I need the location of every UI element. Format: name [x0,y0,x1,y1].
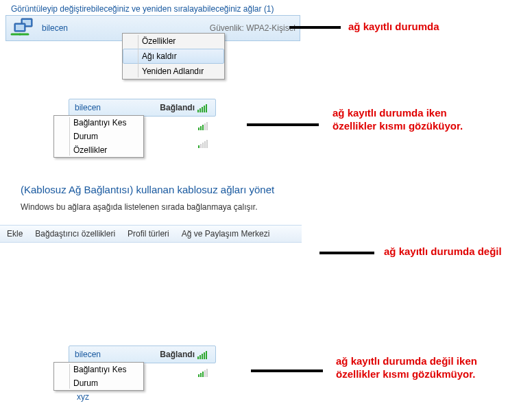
svg-rect-14 [198,145,200,148]
annotation-2: ağ kayıtlı durumda iken özellikler kısmı… [332,107,463,133]
annotation-arrow-4 [251,369,323,372]
svg-rect-6 [202,107,203,112]
network-pc-icon [10,17,38,39]
signal-icon [198,121,210,130]
signal-icon [198,367,210,377]
svg-rect-8 [206,104,207,112]
svg-rect-11 [202,125,204,130]
svg-rect-5 [200,108,201,112]
svg-rect-21 [202,354,203,359]
svg-rect-25 [200,373,202,377]
network-security: Güvenlik: WPA2-Kişisel [210,23,295,33]
signal-icon [198,138,210,148]
wifi-name: bilecen [75,103,160,112]
annotation-3: ağ kayıtlı durumda değil [384,245,502,258]
svg-rect-20 [200,355,201,359]
annotation-arrow-3 [319,252,374,254]
svg-rect-4 [197,110,199,112]
svg-rect-27 [204,370,206,377]
wifi-row-connected[interactable]: bilecen Bağlandı [69,99,216,117]
toolbar-network-center[interactable]: Ağ ve Paylaşım Merkezi [182,229,270,239]
wifi-context-menu-unsaved: Bağlantıyı Kes Durum [53,362,144,391]
toolbar-profile-types[interactable]: Profil türleri [128,229,169,239]
annotation-arrow-2 [247,123,319,126]
network-name: bilecen [42,23,68,33]
svg-rect-3 [16,25,24,30]
svg-rect-9 [198,128,200,130]
network-context-menu: Özellikler Ağı kaldır Yeniden Adlandır [122,33,225,80]
ctx-properties[interactable]: Özellikler [54,143,143,157]
svg-rect-22 [204,352,205,359]
wifi-status: Bağlandı [160,350,195,359]
svg-rect-28 [206,369,208,377]
toolbar-add[interactable]: Ekle [7,229,23,239]
manager-subtitle: Windows bu ağlara aşağıda listelenen sır… [15,198,324,219]
annotation-4: ağ kayıtlı durumda değil iken özellikler… [336,355,477,381]
wifi-row-connected[interactable]: bilecen Bağlandı [69,346,216,363]
svg-rect-10 [200,126,202,130]
toolbar-adapter-properties[interactable]: Bağdaştırıcı özellikleri [35,229,115,239]
svg-rect-17 [204,141,206,148]
ctx-status[interactable]: Durum [54,130,143,143]
manager-title: (Kablosuz Ağ Bağlantısı) kullanan kablos… [15,181,324,198]
ctx-status[interactable]: Durum [54,376,143,390]
svg-rect-7 [204,106,205,112]
svg-rect-13 [206,122,208,130]
svg-rect-15 [200,144,202,148]
wifi-status: Bağlandı [160,103,195,112]
svg-rect-24 [198,374,200,377]
annotation-arrow-1 [289,26,341,29]
ctx-disconnect[interactable]: Bağlantıyı Kes [54,363,143,376]
signal-icon [197,350,210,359]
wifi-name-partial: xyz [71,391,95,403]
svg-rect-23 [206,351,207,359]
svg-rect-12 [204,123,206,130]
wifi-context-menu-saved: Bağlantıyı Kes Durum Özellikler [53,115,144,158]
svg-rect-16 [202,143,204,148]
svg-rect-19 [197,356,199,359]
wifi-name: bilecen [75,350,160,359]
signal-icon [197,103,210,112]
manager-toolbar: Ekle Bağdaştırıcı özellikleri Profil tür… [0,225,302,243]
svg-rect-18 [206,140,208,148]
networks-header: Görüntüleyip değiştirebileceğiniz ve yen… [5,3,307,15]
annotation-1: ağ kayıtlı durumda [348,21,439,34]
svg-rect-26 [202,372,204,377]
ctx-disconnect[interactable]: Bağlantıyı Kes [54,116,143,130]
